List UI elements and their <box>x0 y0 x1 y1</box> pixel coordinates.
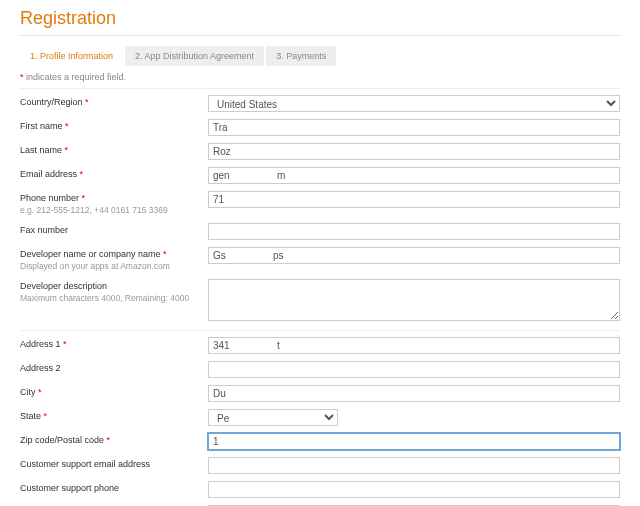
label-fax: Fax number <box>20 223 208 236</box>
divider <box>20 330 620 331</box>
city-input[interactable] <box>208 385 620 402</box>
label-addr2: Address 2 <box>20 361 208 374</box>
divider <box>20 35 620 36</box>
cs-phone-input[interactable] <box>208 481 620 498</box>
addr2-input[interactable] <box>208 361 620 378</box>
dev-name-input[interactable] <box>208 247 620 264</box>
label-phone: Phone number * e.g. 212-555-1212, +44 01… <box>20 191 208 216</box>
tab-profile[interactable]: 1. Profile Information <box>20 46 123 66</box>
label-last-name: Last name * <box>20 143 208 156</box>
label-state: State * <box>20 409 208 422</box>
label-first-name: First name * <box>20 119 208 132</box>
label-cs-phone: Customer support phone <box>20 481 208 494</box>
label-email: Email address * <box>20 167 208 180</box>
required-note: * indicates a required field. <box>20 72 620 82</box>
label-zip: Zip code/Postal code * <box>20 433 208 446</box>
email-input[interactable] <box>208 167 620 184</box>
label-country: Country/Region * <box>20 95 208 108</box>
page-title: Registration <box>20 8 620 29</box>
label-dev-name: Developer name or company name * Display… <box>20 247 208 272</box>
tabs: 1. Profile Information 2. App Distributi… <box>20 46 620 66</box>
label-cs-email: Customer support email address <box>20 457 208 470</box>
label-dev-desc: Developer description Maximum characters… <box>20 279 208 304</box>
country-select[interactable]: United States <box>208 95 620 112</box>
label-city: City * <box>20 385 208 398</box>
divider <box>20 88 620 89</box>
state-select[interactable]: Pe <box>208 409 338 426</box>
dev-desc-textarea[interactable] <box>208 279 620 321</box>
addr1-input[interactable] <box>208 337 620 354</box>
tab-payments[interactable]: 3. Payments <box>266 46 336 66</box>
zip-input[interactable] <box>208 433 620 450</box>
first-name-input[interactable] <box>208 119 620 136</box>
tab-agreement[interactable]: 2. App Distribution Agreement <box>125 46 264 66</box>
fax-input[interactable] <box>208 223 620 240</box>
last-name-input[interactable] <box>208 143 620 160</box>
cs-email-input[interactable] <box>208 457 620 474</box>
phone-input[interactable] <box>208 191 620 208</box>
label-addr1: Address 1 * <box>20 337 208 350</box>
